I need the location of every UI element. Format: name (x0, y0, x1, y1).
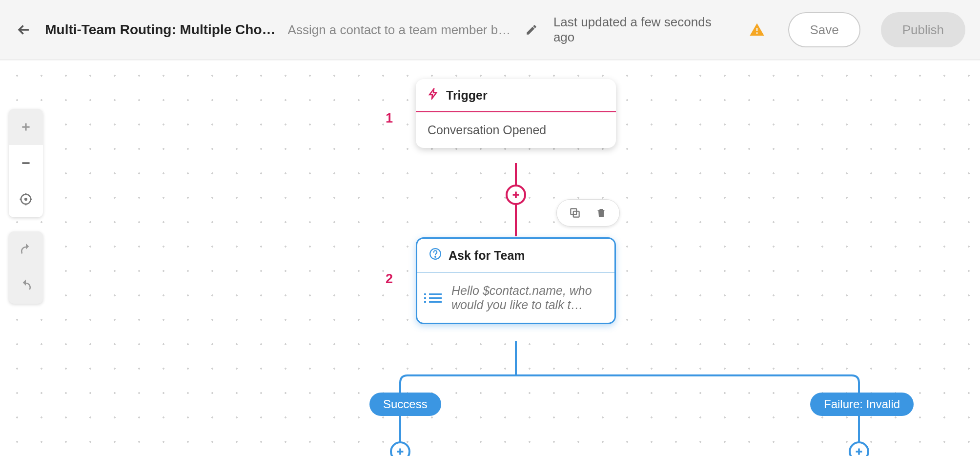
delete-node-button[interactable] (594, 206, 609, 220)
ask-for-team-node[interactable]: Ask for Team Hello $contact.name, who wo… (416, 237, 616, 324)
list-icon (429, 293, 442, 303)
header-bar: Multi-Team Routing: Multiple Choic… Assi… (0, 0, 980, 60)
zoom-out-button[interactable] (9, 145, 43, 181)
copy-node-button[interactable] (568, 206, 582, 220)
question-icon (429, 248, 442, 263)
back-button[interactable] (15, 20, 33, 40)
add-step-failure[interactable] (849, 441, 869, 456)
workflow-canvas[interactable]: 1 Trigger Conversation Opened 2 Ask for … (0, 61, 980, 456)
warning-icon[interactable] (749, 22, 765, 38)
ask-node-header: Ask for Team (417, 239, 614, 273)
recenter-button[interactable] (9, 181, 43, 217)
trigger-title: Trigger (446, 88, 488, 103)
node-number-2: 2 (386, 271, 393, 287)
add-step-success[interactable] (390, 441, 410, 456)
branch-success[interactable]: Success (369, 393, 441, 416)
undo-button[interactable] (9, 231, 43, 268)
history-toolbar (9, 231, 43, 304)
edit-description-button[interactable] (525, 23, 538, 36)
last-updated-text: Last updated a few seconds ago (553, 15, 728, 45)
trigger-body: Conversation Opened (416, 112, 616, 148)
branch-failure[interactable]: Failure: Invalid (810, 393, 914, 416)
workflow-subtitle: Assign a contact to a team member bas… (288, 22, 513, 38)
ask-body: Hello $contact.name, who would you like … (417, 273, 614, 323)
node-actions-toolbar (556, 199, 620, 227)
workflow-title[interactable]: Multi-Team Routing: Multiple Choic… (45, 22, 276, 38)
ask-title: Ask for Team (449, 249, 525, 263)
trigger-node[interactable]: Trigger Conversation Opened (416, 79, 616, 148)
save-button[interactable]: Save (788, 12, 860, 47)
zoom-toolbar (9, 109, 43, 217)
node-number-1: 1 (386, 111, 393, 126)
svg-point-9 (435, 256, 436, 257)
svg-point-1 (25, 198, 27, 200)
add-step-button-1[interactable] (506, 185, 526, 205)
zoom-in-button[interactable] (9, 109, 43, 145)
trigger-node-header: Trigger (416, 79, 616, 112)
lightning-icon (428, 88, 439, 103)
redo-button[interactable] (9, 268, 43, 304)
ask-body-text: Hello $contact.name, who would you like … (451, 284, 598, 312)
publish-button[interactable]: Publish (881, 12, 965, 47)
